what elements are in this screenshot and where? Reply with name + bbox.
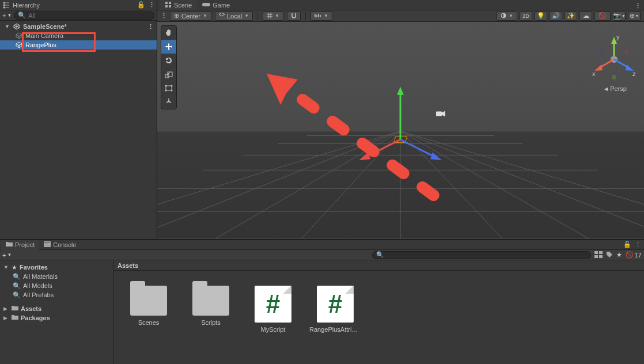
pivot-icon: ⊕ [174,12,179,20]
scene-viewport[interactable]: y x z [157,22,644,239]
snap-settings-button[interactable] [287,12,301,21]
space-mode-button[interactable]: Local ▼ [215,12,253,21]
hierarchy-toolbar: +▼ 🔍 All [0,10,157,21]
audio-icon: 🔊 [552,12,560,20]
foldout-icon[interactable]: ▼ [5,24,10,29]
scale-tool[interactable] [161,67,176,81]
perspective-label[interactable]: ◀ Persp [604,85,627,92]
fx-toggle-button[interactable]: ✨ [565,12,577,21]
unity-scene-icon [13,23,21,30]
assets-root[interactable]: ▶ Assets [0,304,113,313]
hierarchy-panel: Hierarchy 🔓 ⋮ +▼ 🔍 All ▼ [0,0,157,239]
hand-tool[interactable] [161,26,176,40]
scene-row[interactable]: ▼ SampleScene* ⋮ [0,22,157,31]
svg-marker-7 [16,42,22,46]
favorite-item[interactable]: 🔍All Models [0,281,113,290]
foldout-icon[interactable]: ▼ [3,264,9,270]
scene-menu-icon[interactable]: ⋮ [147,23,153,31]
light-icon: 💡 [537,12,545,20]
favorites-header[interactable]: ▼ ★ Favorites [0,263,113,272]
favorite-item[interactable]: 🔍All Prefabs [0,290,113,299]
svg-point-48 [165,90,167,92]
hierarchy-search[interactable]: 🔍 All [14,12,154,20]
asset-folder[interactable]: Scripts [188,286,234,349]
svg-rect-45 [166,86,172,90]
gizmos-button[interactable]: ⊕▼ [628,12,641,21]
tab-game[interactable]: Game [197,0,235,10]
cloud-icon: ☁ [583,12,589,20]
project-lock-icon[interactable]: 🔓 [623,241,631,248]
breadcrumb[interactable]: Assets [114,260,644,271]
caret-icon: ▼ [275,13,279,18]
move-tool[interactable] [161,40,176,54]
grid-snap-button[interactable]: ▼ [263,12,283,21]
caret-icon: ▼ [203,13,207,18]
shading-icon [501,13,506,20]
folder-icon [130,286,167,316]
scene-tabs: Scene Game ⋮ [157,0,644,10]
hidden-count[interactable]: 🚫17 [626,251,642,259]
search-by-type-icon[interactable] [594,251,603,259]
asset-folder[interactable]: Scenes [126,286,172,349]
hierarchy-tree: ▼ SampleScene* ⋮ Main Camera [0,21,157,239]
lighting-toggle-button[interactable]: 💡 [535,12,547,21]
gameobject-row-selected[interactable]: RangePlus [0,40,157,50]
svg-rect-76 [594,255,598,258]
foldout-icon[interactable]: ▶ [3,306,9,312]
create-dropdown[interactable]: +▼ [2,252,12,259]
increment-snap-button[interactable]: ▼ [310,12,332,21]
tab-console[interactable]: Console [39,240,81,250]
hierarchy-header: Hierarchy 🔓 ⋮ [0,0,157,10]
project-tabs: Project Console 🔓 ⋮ [0,240,644,250]
tab-project[interactable]: Project [1,240,39,250]
project-search[interactable]: 🔍 [372,251,591,259]
project-panel: Project Console 🔓 ⋮ +▼ 🔍 [0,240,644,364]
foldout-icon[interactable]: ▶ [3,315,9,321]
asset-script[interactable]: # MyScript [250,286,296,349]
skybox-toggle-button[interactable]: ☁ [579,12,592,21]
project-toolbar: +▼ 🔍 ★ 🚫17 [0,250,644,260]
svg-marker-4 [16,33,22,36]
shading-mode-button[interactable]: ▼ [497,12,517,21]
scene-name: SampleScene* [23,23,67,30]
create-dropdown[interactable]: +▼ [2,12,12,19]
hidden-eye-icon: 🚫 [626,251,634,259]
pivot-mode-button[interactable]: ⊕ Center ▼ [170,12,211,21]
packages-root[interactable]: ▶ Packages [0,313,113,323]
rotate-tool[interactable] [161,54,176,67]
svg-point-49 [171,90,173,92]
transform-tool[interactable] [161,95,176,109]
hierarchy-lock-icon[interactable]: 🔓 [137,1,145,9]
project-menu-icon[interactable]: ⋮ [635,241,641,248]
save-search-icon[interactable]: ★ [616,251,622,259]
separator [305,12,306,20]
svg-rect-72 [44,244,48,244]
svg-rect-11 [169,2,171,4]
svg-rect-14 [202,3,210,6]
svg-rect-13 [169,5,171,7]
scene-toolbar-menu-icon[interactable]: ⋮ [161,12,166,20]
hierarchy-menu-icon[interactable]: ⋮ [149,1,154,9]
asset-grid: Scenes Scripts # MyScript # RangePlusAtt… [114,271,644,364]
camera-settings-button[interactable]: 📷▼ [613,12,626,21]
hidden-toggle-button[interactable]: 🚫 [594,12,611,21]
caret-icon: ▼ [244,13,249,18]
tab-scene[interactable]: Scene [160,0,197,10]
caret-left-icon: ◀ [604,86,608,92]
favorite-item[interactable]: 🔍All Materials [0,272,113,281]
asset-script[interactable]: # RangePlusAttribu... [312,286,358,349]
search-by-label-icon[interactable] [606,251,613,259]
camera-icon: 📷 [613,12,621,20]
svg-rect-75 [599,251,603,254]
scene-panel: Scene Game ⋮ ⋮ ⊕ Center ▼ [157,0,644,239]
gameobject-row[interactable]: Main Camera [0,31,157,40]
csharp-script-icon: # [255,286,291,323]
scene-panel-menu-icon[interactable]: ⋮ [635,2,641,10]
svg-rect-71 [44,242,50,243]
assets-browser: Assets Scenes Scripts # MyScript [114,260,644,364]
rect-tool[interactable] [161,81,176,95]
scene-tab-icon [165,1,172,9]
folder-icon [12,305,18,312]
audio-toggle-button[interactable]: 🔊 [550,12,562,21]
2d-toggle-button[interactable]: 2D [520,12,532,21]
